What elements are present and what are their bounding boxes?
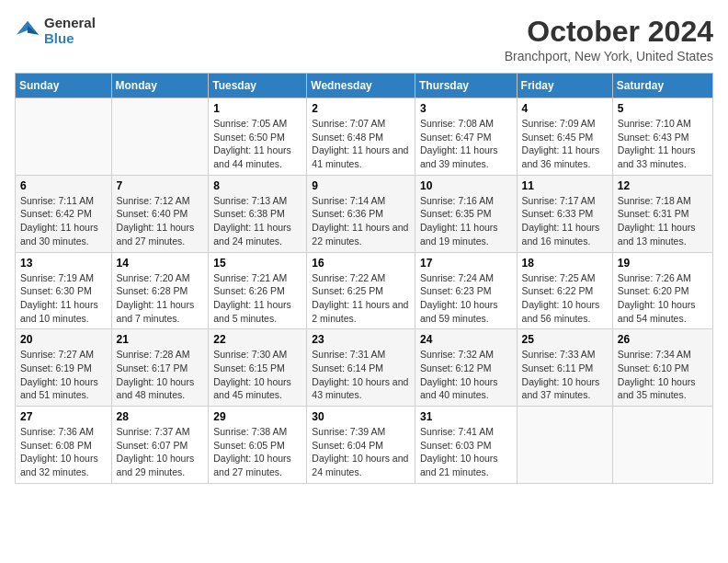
calendar-cell: 9Sunrise: 7:14 AM Sunset: 6:36 PM Daylig… bbox=[307, 175, 415, 252]
day-number: 10 bbox=[420, 179, 512, 192]
month-title: October 2024 bbox=[505, 15, 713, 49]
day-number: 23 bbox=[312, 333, 410, 346]
day-number: 29 bbox=[213, 410, 301, 423]
calendar-cell: 27Sunrise: 7:36 AM Sunset: 6:08 PM Dayli… bbox=[16, 407, 112, 484]
day-number: 8 bbox=[213, 179, 301, 192]
calendar-cell: 14Sunrise: 7:20 AM Sunset: 6:28 PM Dayli… bbox=[111, 252, 209, 329]
day-number: 15 bbox=[213, 257, 301, 270]
calendar-cell: 10Sunrise: 7:16 AM Sunset: 6:35 PM Dayli… bbox=[415, 175, 517, 252]
calendar-cell: 20Sunrise: 7:27 AM Sunset: 6:19 PM Dayli… bbox=[16, 329, 112, 407]
day-number: 16 bbox=[312, 257, 410, 270]
calendar-cell: 13Sunrise: 7:19 AM Sunset: 6:30 PM Dayli… bbox=[16, 252, 112, 329]
calendar-cell: 2Sunrise: 7:07 AM Sunset: 6:48 PM Daylig… bbox=[307, 98, 415, 176]
day-info: Sunrise: 7:30 AM Sunset: 6:15 PM Dayligh… bbox=[213, 348, 301, 402]
calendar-cell: 3Sunrise: 7:08 AM Sunset: 6:47 PM Daylig… bbox=[415, 98, 517, 176]
calendar-cell: 5Sunrise: 7:10 AM Sunset: 6:43 PM Daylig… bbox=[612, 98, 712, 176]
day-info: Sunrise: 7:08 AM Sunset: 6:47 PM Dayligh… bbox=[420, 117, 512, 171]
day-info: Sunrise: 7:32 AM Sunset: 6:12 PM Dayligh… bbox=[420, 348, 512, 402]
calendar-cell: 28Sunrise: 7:37 AM Sunset: 6:07 PM Dayli… bbox=[111, 407, 209, 484]
day-number: 6 bbox=[20, 179, 107, 192]
day-info: Sunrise: 7:37 AM Sunset: 6:07 PM Dayligh… bbox=[117, 425, 204, 479]
day-info: Sunrise: 7:25 AM Sunset: 6:22 PM Dayligh… bbox=[522, 271, 608, 326]
day-number: 11 bbox=[522, 179, 608, 192]
day-info: Sunrise: 7:21 AM Sunset: 6:26 PM Dayligh… bbox=[213, 271, 301, 326]
calendar-cell: 24Sunrise: 7:32 AM Sunset: 6:12 PM Dayli… bbox=[415, 329, 517, 407]
day-info: Sunrise: 7:07 AM Sunset: 6:48 PM Dayligh… bbox=[312, 117, 410, 171]
calendar-cell: 1Sunrise: 7:05 AM Sunset: 6:50 PM Daylig… bbox=[209, 98, 307, 176]
day-number: 22 bbox=[213, 333, 301, 346]
calendar-cell: 11Sunrise: 7:17 AM Sunset: 6:33 PM Dayli… bbox=[517, 175, 612, 252]
day-number: 7 bbox=[117, 179, 204, 192]
calendar-cell: 26Sunrise: 7:34 AM Sunset: 6:10 PM Dayli… bbox=[612, 329, 712, 407]
calendar-table: SundayMondayTuesdayWednesdayThursdayFrid… bbox=[15, 73, 713, 484]
calendar-cell: 17Sunrise: 7:24 AM Sunset: 6:23 PM Dayli… bbox=[415, 252, 517, 329]
day-number: 17 bbox=[420, 257, 512, 270]
day-number: 30 bbox=[312, 410, 410, 423]
day-number: 20 bbox=[20, 333, 107, 346]
day-number: 19 bbox=[618, 257, 708, 270]
logo-text: General Blue bbox=[44, 15, 96, 46]
day-info: Sunrise: 7:16 AM Sunset: 6:35 PM Dayligh… bbox=[420, 194, 512, 248]
calendar-cell bbox=[517, 407, 612, 484]
calendar-day-header: Monday bbox=[111, 74, 209, 98]
day-info: Sunrise: 7:18 AM Sunset: 6:31 PM Dayligh… bbox=[618, 194, 708, 248]
calendar-cell: 8Sunrise: 7:13 AM Sunset: 6:38 PM Daylig… bbox=[209, 175, 307, 252]
calendar-cell: 16Sunrise: 7:22 AM Sunset: 6:25 PM Dayli… bbox=[307, 252, 415, 329]
day-info: Sunrise: 7:10 AM Sunset: 6:43 PM Dayligh… bbox=[618, 117, 708, 171]
day-info: Sunrise: 7:28 AM Sunset: 6:17 PM Dayligh… bbox=[117, 348, 204, 402]
day-info: Sunrise: 7:05 AM Sunset: 6:50 PM Dayligh… bbox=[213, 117, 301, 171]
day-number: 1 bbox=[213, 102, 301, 115]
calendar-cell: 22Sunrise: 7:30 AM Sunset: 6:15 PM Dayli… bbox=[209, 329, 307, 407]
day-info: Sunrise: 7:39 AM Sunset: 6:04 PM Dayligh… bbox=[312, 425, 410, 479]
day-info: Sunrise: 7:19 AM Sunset: 6:30 PM Dayligh… bbox=[20, 271, 107, 326]
calendar-cell: 23Sunrise: 7:31 AM Sunset: 6:14 PM Dayli… bbox=[307, 329, 415, 407]
day-number: 25 bbox=[522, 333, 608, 346]
day-info: Sunrise: 7:14 AM Sunset: 6:36 PM Dayligh… bbox=[312, 194, 410, 248]
day-number: 18 bbox=[522, 257, 608, 270]
day-info: Sunrise: 7:34 AM Sunset: 6:10 PM Dayligh… bbox=[618, 348, 708, 402]
day-info: Sunrise: 7:22 AM Sunset: 6:25 PM Dayligh… bbox=[312, 271, 410, 326]
day-info: Sunrise: 7:36 AM Sunset: 6:08 PM Dayligh… bbox=[20, 425, 107, 479]
calendar-day-header: Sunday bbox=[16, 74, 112, 98]
calendar-cell: 15Sunrise: 7:21 AM Sunset: 6:26 PM Dayli… bbox=[209, 252, 307, 329]
calendar-cell: 4Sunrise: 7:09 AM Sunset: 6:45 PM Daylig… bbox=[517, 98, 612, 176]
calendar-cell bbox=[16, 98, 112, 176]
day-number: 3 bbox=[420, 102, 512, 115]
calendar-cell: 19Sunrise: 7:26 AM Sunset: 6:20 PM Dayli… bbox=[612, 252, 712, 329]
day-info: Sunrise: 7:11 AM Sunset: 6:42 PM Dayligh… bbox=[20, 194, 107, 248]
day-number: 9 bbox=[312, 179, 410, 192]
calendar-cell: 29Sunrise: 7:38 AM Sunset: 6:05 PM Dayli… bbox=[209, 407, 307, 484]
calendar-cell: 31Sunrise: 7:41 AM Sunset: 6:03 PM Dayli… bbox=[415, 407, 517, 484]
calendar-day-header: Saturday bbox=[612, 74, 712, 98]
calendar-cell: 12Sunrise: 7:18 AM Sunset: 6:31 PM Dayli… bbox=[612, 175, 712, 252]
calendar-cell: 18Sunrise: 7:25 AM Sunset: 6:22 PM Dayli… bbox=[517, 252, 612, 329]
location: Branchport, New York, United States bbox=[505, 49, 713, 63]
calendar-cell bbox=[111, 98, 209, 176]
logo: General Blue bbox=[15, 15, 96, 46]
day-number: 12 bbox=[618, 179, 708, 192]
day-info: Sunrise: 7:13 AM Sunset: 6:38 PM Dayligh… bbox=[213, 194, 301, 248]
calendar-day-header: Wednesday bbox=[307, 74, 415, 98]
calendar-cell: 7Sunrise: 7:12 AM Sunset: 6:40 PM Daylig… bbox=[111, 175, 209, 252]
day-info: Sunrise: 7:24 AM Sunset: 6:23 PM Dayligh… bbox=[420, 271, 512, 326]
day-info: Sunrise: 7:41 AM Sunset: 6:03 PM Dayligh… bbox=[420, 425, 512, 479]
day-info: Sunrise: 7:12 AM Sunset: 6:40 PM Dayligh… bbox=[117, 194, 204, 248]
calendar-cell bbox=[612, 407, 712, 484]
calendar-cell: 30Sunrise: 7:39 AM Sunset: 6:04 PM Dayli… bbox=[307, 407, 415, 484]
day-number: 27 bbox=[20, 410, 107, 423]
day-info: Sunrise: 7:26 AM Sunset: 6:20 PM Dayligh… bbox=[618, 271, 708, 326]
header: General Blue October 2024 Branchport, Ne… bbox=[15, 15, 713, 63]
day-info: Sunrise: 7:38 AM Sunset: 6:05 PM Dayligh… bbox=[213, 425, 301, 479]
calendar-day-header: Tuesday bbox=[209, 74, 307, 98]
day-info: Sunrise: 7:27 AM Sunset: 6:19 PM Dayligh… bbox=[20, 348, 107, 402]
day-number: 24 bbox=[420, 333, 512, 346]
day-number: 2 bbox=[312, 102, 410, 115]
day-number: 26 bbox=[618, 333, 708, 346]
day-info: Sunrise: 7:17 AM Sunset: 6:33 PM Dayligh… bbox=[522, 194, 608, 248]
day-number: 21 bbox=[117, 333, 204, 346]
title-area: October 2024 Branchport, New York, Unite… bbox=[505, 15, 713, 63]
day-info: Sunrise: 7:09 AM Sunset: 6:45 PM Dayligh… bbox=[522, 117, 608, 171]
day-number: 31 bbox=[420, 410, 512, 423]
day-info: Sunrise: 7:31 AM Sunset: 6:14 PM Dayligh… bbox=[312, 348, 410, 402]
calendar-cell: 6Sunrise: 7:11 AM Sunset: 6:42 PM Daylig… bbox=[16, 175, 112, 252]
